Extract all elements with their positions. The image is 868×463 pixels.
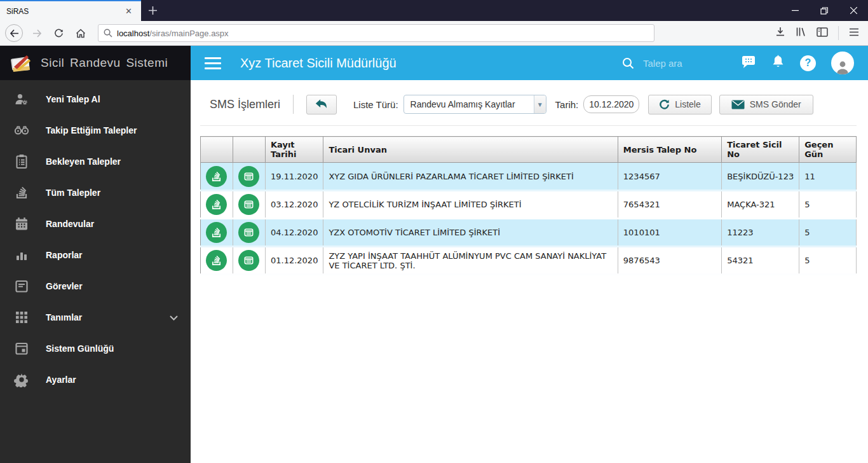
detail-list-icon xyxy=(243,226,255,238)
url-text: localhost/siras/mainPage.aspx xyxy=(117,29,229,38)
tarih-input[interactable] xyxy=(583,95,639,113)
cell-ticari-unvan: XYZ GIDA ÜRÜNLERİ PAZARLAMA TİCARET LİMİ… xyxy=(323,163,618,191)
page-toolbar: SMS İşlemleri Liste Türü: Randevu Almamı… xyxy=(210,93,857,116)
binoculars-icon xyxy=(14,123,29,138)
reply-arrow-icon xyxy=(315,99,329,111)
cell-mersis-talep-no: 7654321 xyxy=(618,191,721,219)
col-action-1 xyxy=(201,137,233,163)
cell-mersis-talep-no: 1010101 xyxy=(618,219,721,247)
user-avatar-button[interactable] xyxy=(831,52,854,74)
app-title: Xyz Ticaret Sicili Müdürlüğü xyxy=(240,56,397,71)
user-icon xyxy=(835,59,850,74)
gear-icon xyxy=(14,372,29,387)
hamburger-icon xyxy=(849,28,859,36)
content-divider xyxy=(200,125,857,126)
log-calendar-icon xyxy=(14,341,29,356)
row-detail-button[interactable] xyxy=(238,250,259,271)
cell-kayit-tarihi: 03.12.2020 xyxy=(265,191,323,219)
library-button[interactable] xyxy=(796,27,806,39)
cell-kayit-tarihi: 19.11.2020 xyxy=(265,163,323,191)
home-button[interactable] xyxy=(72,29,89,38)
messages-button[interactable] xyxy=(741,55,756,71)
forward-button[interactable] xyxy=(29,29,44,38)
return-button[interactable] xyxy=(306,95,337,114)
window-restore-button[interactable] xyxy=(810,0,839,21)
stack-icon xyxy=(14,185,29,200)
back-button[interactable] xyxy=(5,24,23,42)
row-send-sms-button[interactable] xyxy=(206,166,227,187)
grid-icon xyxy=(14,310,29,325)
cell-gecen-gun: 5 xyxy=(799,219,857,247)
table-row: 19.11.2020 XYZ GIDA ÜRÜNLERİ PAZARLAMA T… xyxy=(201,163,857,191)
window-close-button[interactable] xyxy=(839,0,868,21)
sms-stack-icon xyxy=(210,254,222,266)
detail-list-icon xyxy=(243,254,255,266)
cell-ticaret-sicil-no: 54321 xyxy=(722,247,799,275)
search-icon xyxy=(622,57,634,69)
download-icon xyxy=(775,27,785,37)
sidebar-item-5[interactable]: Randevular xyxy=(0,208,191,239)
app-logo-icon xyxy=(8,53,34,73)
tab-close-icon[interactable]: ✕ xyxy=(123,5,135,17)
tarih-label: Tarih: xyxy=(555,99,579,110)
sidebar-panel-icon xyxy=(817,27,828,37)
sidebar-item-4[interactable]: Tüm Talepler xyxy=(0,177,191,208)
row-send-sms-button[interactable] xyxy=(206,250,227,271)
sidebar-item-7[interactable]: Görevler xyxy=(0,270,191,301)
sidebar-item-9[interactable]: Sistem Günlüğü xyxy=(0,333,191,364)
toolbar-separator xyxy=(838,26,839,40)
sidebar-item-10[interactable]: Ayarlar xyxy=(0,364,191,395)
sms-stack-icon xyxy=(210,226,222,238)
sms-gonder-button[interactable]: SMS Gönder xyxy=(719,95,813,114)
sidebar-item-8[interactable]: Tanımlar xyxy=(0,301,191,333)
sidebar-item-2[interactable]: Takip Ettiğim Talepler xyxy=(0,114,191,146)
browser-navbar: localhost/siras/mainPage.aspx xyxy=(0,21,868,46)
envelope-icon xyxy=(731,100,745,109)
browser-titlebar: SiRAS ✕ xyxy=(0,0,868,21)
notifications-button[interactable] xyxy=(771,55,785,72)
col-kayit-tarihi: Kayıt Tarihi xyxy=(265,137,323,163)
liste-turu-select[interactable]: Randevu Almamış Kayıtlar ▼ xyxy=(403,95,546,114)
bell-icon xyxy=(771,55,785,69)
sidebar-item-1[interactable]: Yeni Talep Al xyxy=(0,83,191,114)
cell-kayit-tarihi: 01.12.2020 xyxy=(265,247,323,275)
sidebar: Sicil Randevu Sistemi Yeni Talep Al Taki… xyxy=(0,46,191,463)
sidebar-item-6[interactable]: Raporlar xyxy=(0,239,191,270)
sidebar-toggle-button[interactable] xyxy=(817,27,828,39)
downloads-button[interactable] xyxy=(775,27,785,39)
row-send-sms-button[interactable] xyxy=(206,194,227,215)
row-detail-button[interactable] xyxy=(238,194,259,215)
help-button[interactable] xyxy=(800,55,816,71)
table-row: 04.12.2020 YZX OTOMOTİV TİCARET LİMİTED … xyxy=(201,219,857,247)
row-detail-button[interactable] xyxy=(238,222,259,243)
cell-ticari-unvan: ZYZ YAPI İNŞAAT TAAHHÜT ALÜMİNYUM PVC CA… xyxy=(323,247,618,275)
app-menu-toggle[interactable] xyxy=(205,57,221,69)
col-action-2 xyxy=(233,137,265,163)
sidebar-menu: Yeni Talep Al Takip Ettiğim Talepler Bek… xyxy=(0,80,191,395)
sms-stack-icon xyxy=(210,170,222,183)
browser-tab[interactable]: SiRAS ✕ xyxy=(0,0,141,21)
row-detail-button[interactable] xyxy=(238,166,259,187)
page-title: SMS İşlemleri xyxy=(210,98,280,111)
cell-kayit-tarihi: 04.12.2020 xyxy=(265,219,323,247)
listele-button[interactable]: Listele xyxy=(648,95,711,114)
col-mersis-talep-no: Mersis Talep No xyxy=(618,137,721,163)
clipboard-icon xyxy=(14,154,29,169)
reload-icon xyxy=(54,29,64,38)
sidebar-item-label: Bekleyen Talepler xyxy=(46,156,178,167)
detail-list-icon xyxy=(243,198,255,211)
reload-button[interactable] xyxy=(51,29,66,38)
sidebar-item-label: Ayarlar xyxy=(46,375,178,385)
menu-button[interactable] xyxy=(849,27,859,39)
sidebar-item-label: Takip Ettiğim Talepler xyxy=(46,125,178,135)
cell-mersis-talep-no: 1234567 xyxy=(618,163,721,191)
url-bar[interactable]: localhost/siras/mainPage.aspx xyxy=(98,24,654,42)
sidebar-item-label: Sistem Günlüğü xyxy=(46,343,178,354)
row-send-sms-button[interactable] xyxy=(206,222,227,243)
new-tab-button[interactable] xyxy=(141,0,164,21)
talep-search-input[interactable]: Talep ara xyxy=(622,57,733,69)
window-minimize-button[interactable] xyxy=(780,0,810,21)
toolbar-divider xyxy=(293,95,294,114)
bar-chart-icon xyxy=(14,247,29,263)
sidebar-item-3[interactable]: Bekleyen Talepler xyxy=(0,146,191,177)
